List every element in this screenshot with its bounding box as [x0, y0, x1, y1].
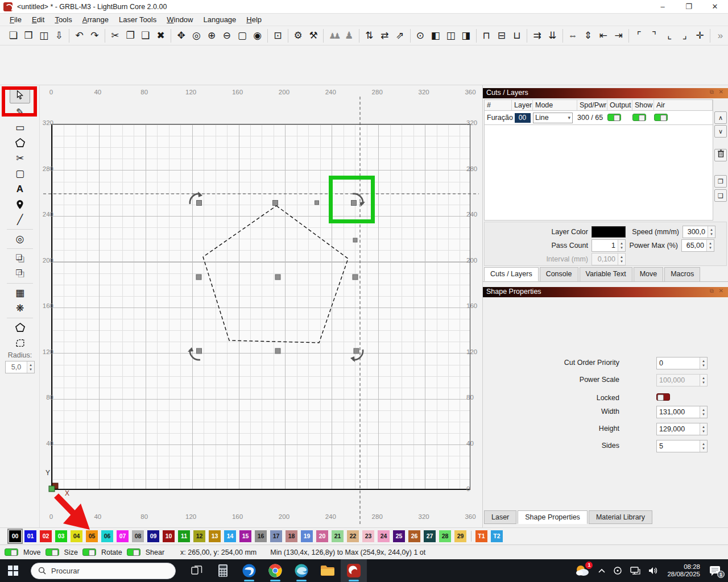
handle-top-mid[interactable] — [273, 201, 278, 206]
handle-center[interactable] — [275, 275, 280, 280]
circular-array-tool[interactable]: ❋ — [0, 301, 40, 316]
align-middle-icon[interactable]: ⊟ — [494, 27, 510, 44]
shear-toggle[interactable] — [127, 548, 140, 556]
handle-bottom-right[interactable] — [354, 348, 359, 354]
move-toggle[interactable] — [5, 548, 18, 556]
task-view-button[interactable] — [184, 559, 210, 582]
taskbar-clock[interactable]: 08:28 28/08/2025 — [667, 563, 700, 578]
pan-icon[interactable]: ✥ — [173, 27, 189, 44]
layer-output-toggle[interactable] — [607, 114, 621, 121]
align-bottom-icon[interactable]: ⊔ — [509, 27, 524, 44]
align-left-icon[interactable]: ◧ — [428, 27, 443, 44]
settings-gear-icon[interactable]: ⚙ — [291, 27, 306, 44]
column-header-show[interactable]: Show — [632, 100, 654, 110]
shape-width-input[interactable]: 131,000▴▾ — [656, 406, 708, 418]
power-scale-input[interactable]: 100,000▴▾ — [656, 374, 708, 386]
boolean-tool[interactable]: ❒ — [0, 266, 40, 281]
tab-material-library[interactable]: Material Library — [589, 510, 652, 524]
align-right-icon[interactable]: ◨ — [458, 27, 474, 44]
open-file-icon[interactable]: ❒ — [21, 27, 36, 44]
tab-variable-text[interactable]: Variable Text — [580, 267, 632, 281]
layer-paste-button[interactable]: ❑ — [714, 189, 727, 202]
delete-icon[interactable]: ✖ — [153, 27, 168, 44]
nudge-right-icon[interactable]: ⇥ — [611, 27, 626, 44]
draw-lines-tool[interactable]: ✎ — [0, 105, 40, 120]
weather-widget[interactable]: 1 — [574, 563, 590, 578]
distribute-v-icon[interactable]: ⇊ — [545, 27, 560, 44]
maximize-button[interactable]: ❐ — [676, 0, 702, 14]
align-center-h-icon[interactable]: ◫ — [443, 27, 458, 44]
panel-float-close-icons[interactable]: ⧉ ✕ — [710, 89, 725, 95]
tray-expand-chevron[interactable] — [598, 568, 605, 573]
measure-tool[interactable]: ╱ — [0, 212, 40, 227]
handle-bottom-mid[interactable] — [275, 348, 280, 354]
new-file-icon[interactable]: ❏ — [6, 27, 21, 44]
position-laser-tool[interactable] — [0, 197, 40, 212]
corner-top-right-icon[interactable]: ⌝ — [647, 27, 662, 44]
weld-shapes-tool[interactable]: ❏ — [0, 251, 40, 266]
cut-icon[interactable]: ✂ — [107, 27, 123, 44]
calculator-app-button[interactable] — [210, 559, 236, 582]
space-v-icon[interactable]: ⇕ — [581, 27, 596, 44]
shape-polygon-tool[interactable] — [0, 320, 40, 335]
layer-up-button[interactable]: ∧ — [714, 111, 727, 124]
handle-right-mid[interactable] — [353, 275, 358, 280]
handle-shear-right[interactable] — [353, 238, 357, 242]
redo-icon[interactable]: ↷ — [87, 27, 102, 44]
layer-copy-button[interactable]: ❐ — [714, 175, 727, 188]
start-button[interactable] — [0, 559, 26, 582]
locked-toggle[interactable] — [656, 393, 670, 401]
device-settings-icon[interactable]: ⚒ — [306, 27, 321, 44]
size-toggle[interactable] — [46, 548, 59, 556]
menu-edit[interactable]: Edit — [27, 14, 49, 26]
interval-input[interactable]: 0,100▴▾ — [592, 253, 626, 265]
rectangle-tool[interactable]: ▭ — [0, 120, 40, 135]
corner-bottom-left-icon[interactable]: ⌞ — [662, 27, 677, 44]
layer-delete-button[interactable] — [714, 149, 727, 161]
tray-accessibility[interactable] — [613, 566, 622, 575]
menu-window[interactable]: Window — [162, 14, 198, 26]
rotate-handle[interactable] — [40, 85, 43, 86]
layer-color-swatch[interactable] — [592, 226, 626, 238]
marquee-tool[interactable]: ▢ — [0, 166, 40, 181]
handle-top-right[interactable] — [351, 201, 357, 206]
edge-app-button[interactable] — [288, 559, 315, 582]
corner-top-left-icon[interactable]: ⌜ — [631, 27, 647, 44]
radius-input[interactable]: 5,0▴▾ — [5, 361, 35, 373]
polygon-tool[interactable] — [0, 135, 40, 151]
flip-horizontal-icon[interactable]: ⇄ — [377, 27, 392, 44]
offset-shapes-tool[interactable]: ◎ — [0, 231, 40, 247]
align-centers-icon[interactable]: ⊙ — [413, 27, 428, 44]
camera-capture-icon[interactable]: ◉ — [250, 27, 265, 44]
center-cross-icon[interactable]: ✛ — [692, 27, 708, 44]
palette-color-T2[interactable]: T2 — [491, 530, 503, 542]
user-group-icon[interactable]: ♟♟ — [326, 27, 341, 44]
column-header-air[interactable]: Air — [654, 100, 713, 110]
text-tool[interactable]: A — [0, 181, 40, 197]
tab-macros[interactable]: Macros — [664, 267, 700, 281]
zoom-out-icon[interactable]: ⊖ — [220, 27, 235, 44]
undo-icon[interactable]: ↶ — [72, 27, 87, 44]
cut-order-priority-input[interactable]: 0▴▾ — [656, 357, 708, 369]
file-explorer-app-button[interactable] — [315, 559, 341, 582]
tab-laser[interactable]: Laser — [484, 510, 516, 524]
menu-help[interactable]: Help — [241, 14, 267, 26]
workspace-canvas[interactable]: Y X 004040808012012016016020020024024028… — [40, 85, 482, 544]
chrome-app-button[interactable] — [262, 559, 288, 582]
space-h-icon[interactable]: ⇔ — [565, 27, 581, 44]
tab-cuts-layers[interactable]: Cuts / Layers — [484, 267, 539, 281]
sides-input[interactable]: 5▴▾ — [656, 440, 708, 452]
user-icon[interactable]: ♟ — [341, 27, 357, 44]
column-header--[interactable]: # — [485, 100, 512, 110]
save-file-icon[interactable]: ◫ — [36, 27, 52, 44]
tab-shape-properties[interactable]: Shape Properties — [518, 510, 588, 524]
layer-air-toggle[interactable] — [654, 114, 668, 121]
rotate-toggle[interactable] — [82, 548, 96, 556]
menu-arrange[interactable]: Arrange — [77, 14, 114, 26]
column-header-layer[interactable]: Layer — [512, 100, 533, 110]
handle-shear-top[interactable] — [315, 201, 319, 205]
layer-show-toggle[interactable] — [632, 114, 646, 121]
power-max-input[interactable]: 65,00▴▾ — [681, 239, 714, 252]
menu-file[interactable]: File — [5, 14, 27, 26]
tray-network[interactable] — [630, 566, 640, 575]
